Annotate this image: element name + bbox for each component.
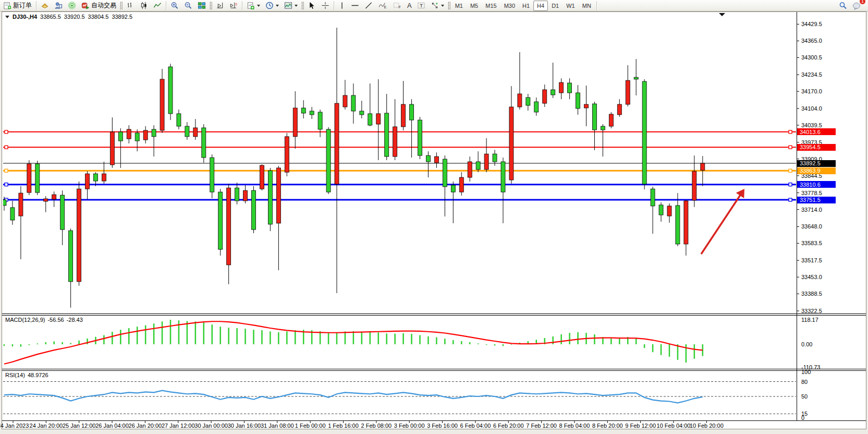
crosshair-tool-button[interactable] — [319, 0, 332, 11]
auto-trading-button[interactable]: 自动交易 — [79, 0, 119, 11]
timeframe-button-m5[interactable]: M5 — [467, 1, 482, 11]
price-axis-tick: 34104.0 — [801, 105, 822, 112]
timeframe-button-w1[interactable]: W1 — [563, 1, 579, 11]
toolbar-grip — [120, 2, 123, 10]
bid-price-tag[interactable]: 33892.5 — [797, 160, 836, 167]
market-watch-button[interactable] — [52, 0, 65, 11]
grid-icon: F — [393, 2, 402, 9]
new-order-button[interactable]: 新订单 — [1, 0, 34, 11]
auto-scroll-button[interactable] — [213, 0, 227, 11]
rsi-value: 48.9726 — [28, 372, 48, 378]
price-line-tag[interactable]: 33810.6 — [797, 181, 836, 188]
timeframe-button-h1[interactable]: H1 — [519, 1, 533, 11]
arrows-caret-icon — [441, 5, 444, 7]
text-tool-button[interactable]: A — [405, 0, 414, 11]
time-axis-label: 24 Jan 2023 — [0, 423, 29, 429]
auto-scroll-icon — [216, 2, 224, 9]
rsi-axis-label: 50 — [801, 393, 808, 400]
auto-trading-icon — [81, 2, 90, 9]
macd-panel-area[interactable] — [3, 316, 797, 368]
timeframes-menu-button[interactable] — [263, 0, 282, 11]
chart-shift-button[interactable] — [227, 0, 240, 11]
main-chart-area[interactable] — [3, 13, 797, 314]
toolbar-separator — [166, 1, 166, 10]
panel-separator[interactable] — [2, 315, 866, 316]
price-line-tag[interactable]: 34013.6 — [797, 128, 836, 135]
svg-text:E: E — [384, 5, 387, 9]
vertical-line-tool-button[interactable] — [336, 0, 348, 11]
signals-icon — [68, 2, 76, 9]
macd-signal-value: -28.43 — [67, 317, 83, 323]
time-axis-label: 31 Jan 08:00 — [261, 423, 294, 429]
zoom-in-button[interactable] — [168, 0, 181, 11]
horizontal-line-tool-button[interactable] — [348, 0, 362, 11]
rsi-panel-area[interactable] — [3, 371, 797, 420]
collapse-chart-icon[interactable] — [5, 16, 9, 18]
timeframe-button-m1[interactable]: M1 — [451, 1, 467, 11]
search-button[interactable] — [836, 0, 850, 11]
grid-tool-button[interactable]: F — [390, 0, 405, 11]
price-line-tag[interactable]: 33751.5 — [797, 197, 836, 203]
time-axis-label: 2 Feb 08:00 — [361, 423, 392, 429]
rsi-axis-label: 0 — [801, 415, 804, 421]
macd-axis-label: 118.17 — [801, 317, 818, 323]
macd-label: MACD(12,26,9) — [5, 317, 45, 323]
toolbar-grip — [448, 2, 450, 10]
templates-button[interactable] — [282, 0, 300, 11]
text-label-tool-button[interactable]: T — [414, 0, 428, 11]
time-axis-label: 26 Jan 04:00 — [95, 423, 129, 429]
line-chart-mode-button[interactable] — [151, 0, 164, 11]
timeframe-button-d1[interactable]: D1 — [548, 1, 563, 11]
cursor-icon — [308, 2, 316, 9]
macd-panel-title: MACD(12,26,9) -56.56 -28.43 — [5, 317, 83, 323]
macd-axis-label: 0.00 — [801, 341, 812, 347]
new-order-label: 新订单 — [13, 1, 32, 10]
zoom-out-button[interactable] — [181, 0, 195, 11]
panel-separator[interactable] — [2, 369, 866, 369]
timeframe-button-mn[interactable]: MN — [579, 1, 595, 11]
bar-chart-mode-button[interactable] — [124, 0, 137, 11]
price-axis-tick: 33388.5 — [801, 291, 822, 297]
arrows-tool-button[interactable] — [428, 0, 447, 11]
fibonacci-icon: E — [378, 2, 387, 9]
price-axis-tick: 34170.0 — [801, 88, 822, 94]
rsi-panel-title: RSI(14) 48.9726 — [5, 372, 48, 378]
price-line-tag[interactable]: 33954.5 — [797, 144, 836, 151]
timeframe-button-group: M1M5M15M30H1H4D1W1MN — [451, 1, 595, 11]
new-chart-button[interactable] — [244, 0, 263, 11]
trading-terminal-window: { "toolbar": { "new_order_label": "新订单",… — [0, 0, 868, 434]
trendline-icon — [364, 2, 373, 9]
fibonacci-tool-button[interactable]: E — [375, 0, 390, 11]
rsi-axis-label: 80 — [801, 379, 808, 385]
chart-open-value: 33865.5 — [40, 14, 61, 20]
signals-button[interactable] — [65, 0, 79, 11]
candle-chart-mode-button[interactable] — [137, 0, 151, 11]
notifications-button[interactable]: 1 — [850, 0, 864, 11]
rsi-label: RSI(14) — [5, 372, 25, 378]
tile-windows-icon — [198, 2, 206, 9]
crosshair-icon — [321, 2, 329, 9]
toolbar-grip — [210, 2, 212, 10]
line-chart-icon — [153, 2, 162, 9]
tile-windows-button[interactable] — [195, 0, 209, 11]
chart-low-value: 33804.5 — [88, 14, 109, 20]
main-toolbar: 新订单 自动交易 — [0, 0, 868, 11]
window-bottom-strip — [0, 430, 868, 434]
timeframe-button-h4[interactable]: H4 — [533, 1, 548, 11]
time-axis-label: 3 Feb 16:00 — [427, 423, 458, 429]
timeframe-button-m30[interactable]: M30 — [500, 1, 519, 11]
new-chart-icon — [247, 2, 255, 9]
time-axis-label: 10 Feb 20:00 — [690, 423, 724, 429]
panel-separator[interactable] — [2, 314, 866, 314]
notification-badge: 1 — [860, 0, 865, 4]
cursor-tool-button[interactable] — [305, 0, 319, 11]
price-axis-tick: 33453.0 — [801, 274, 822, 280]
timeframe-button-m15[interactable]: M15 — [482, 1, 500, 11]
profiles-button[interactable] — [38, 0, 52, 11]
text-tool-label: A — [407, 2, 412, 9]
price-line-tag[interactable]: 33863.9 — [797, 167, 836, 174]
toolbar-separator — [334, 1, 334, 10]
trendline-tool-button[interactable] — [362, 0, 375, 11]
panel-separator[interactable] — [2, 370, 866, 371]
svg-text:T: T — [420, 3, 423, 8]
